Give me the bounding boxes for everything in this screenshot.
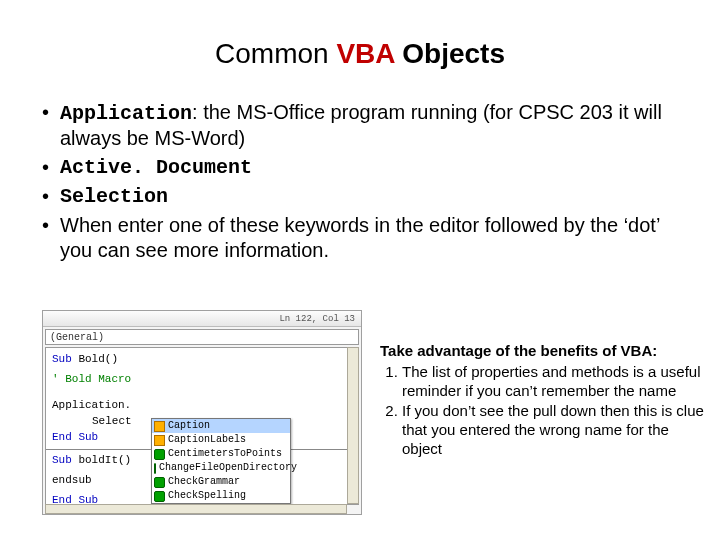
benefit-item: If you don’t see the pull down then this… — [402, 402, 706, 458]
benefits-list: The list of properties and methods is a … — [380, 363, 706, 459]
benefits-block: Take advantage of the benefits of VBA: T… — [380, 310, 710, 515]
lower-row: Ln 122, Col 13 (General) Sub Bold() ' Bo… — [42, 310, 710, 515]
bullet-activedocument: • Active. Document — [42, 155, 672, 180]
bullets: • Application: the MS-Office program run… — [0, 100, 720, 263]
property-icon — [154, 435, 165, 446]
method-icon — [154, 463, 156, 474]
proc-combo[interactable]: (General) — [45, 329, 359, 345]
selection-label: Selection — [60, 184, 672, 209]
combo-value: (General) — [50, 332, 104, 343]
bullet-dot: • — [42, 184, 60, 209]
bullet-application: • Application: the MS-Office program run… — [42, 100, 672, 151]
intellisense-item[interactable]: CentimetersToPoints — [152, 447, 290, 461]
code-comment: ' Bold Macro — [52, 372, 352, 388]
vba-editor: Ln 122, Col 13 (General) Sub Bold() ' Bo… — [42, 310, 362, 515]
code-line: Application. — [52, 398, 352, 414]
intellisense-item[interactable]: CheckSpelling — [152, 489, 290, 503]
method-icon — [154, 491, 165, 502]
status-text: Ln 122, Col 13 — [279, 314, 355, 324]
intellisense-item[interactable]: CaptionLabels — [152, 433, 290, 447]
intellisense-item[interactable]: ChangeFileOpenDirectory — [152, 461, 290, 475]
intellisense-item[interactable]: Caption — [152, 419, 290, 433]
app-label: Application — [60, 102, 192, 125]
bullet-dot-info: • When enter one of these keywords in th… — [42, 213, 672, 263]
title-vba: VBA — [336, 38, 394, 69]
editor-toolbar: Ln 122, Col 13 — [43, 311, 361, 327]
benefit-item: The list of properties and methods is a … — [402, 363, 706, 401]
code-line: Sub Bold() — [52, 352, 352, 368]
intellisense-popup[interactable]: Caption CaptionLabels CentimetersToPoint… — [151, 418, 291, 504]
code-area[interactable]: Sub Bold() ' Bold Macro Application. Sel… — [45, 347, 359, 505]
bullet-selection: • Selection — [42, 184, 672, 209]
bullet-dot: • — [42, 155, 60, 180]
title-objects: Objects — [394, 38, 504, 69]
activedoc-label: Active. Document — [60, 155, 672, 180]
intellisense-item[interactable]: CheckGrammar — [152, 475, 290, 489]
horizontal-scrollbar[interactable] — [45, 504, 347, 514]
bullet-text: Application: the MS-Office program runni… — [60, 100, 672, 151]
title-common: Common — [215, 38, 336, 69]
vertical-scrollbar[interactable] — [347, 347, 359, 504]
method-icon — [154, 449, 165, 460]
method-icon — [154, 477, 165, 488]
bullet-dot: • — [42, 100, 60, 151]
benefits-lead: Take advantage of the benefits of VBA: — [380, 342, 706, 361]
dot-info-text: When enter one of these keywords in the … — [60, 213, 672, 263]
slide-title: Common VBA Objects — [0, 0, 720, 100]
property-icon — [154, 421, 165, 432]
bullet-dot: • — [42, 213, 60, 263]
